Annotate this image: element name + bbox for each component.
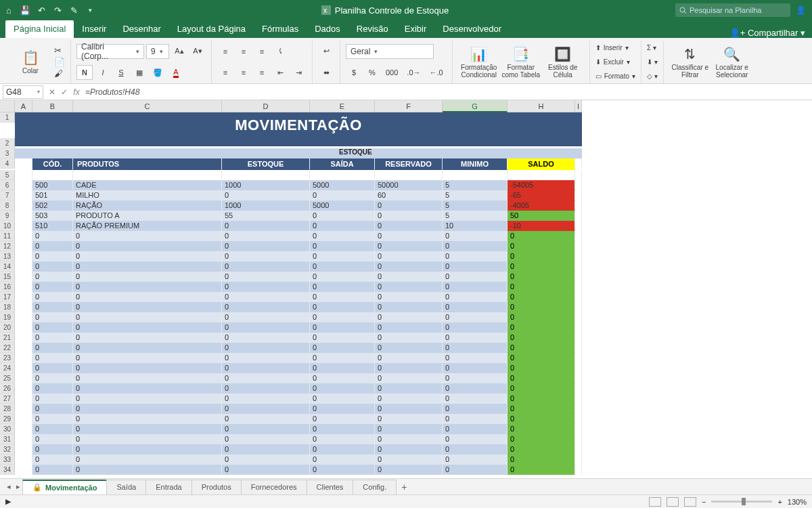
align-bottom-icon[interactable]: ≡ [254, 44, 270, 59]
sheet-tab[interactable]: Saída [106, 480, 146, 494]
ribbon-tab[interactable]: Desenhar [114, 20, 168, 38]
table-cell[interactable]: 0 [443, 282, 508, 292]
row-header[interactable]: 15 [0, 272, 15, 282]
saldo-cell[interactable]: 0 [508, 292, 575, 302]
table-cell[interactable]: 0 [222, 434, 310, 444]
select-all-corner[interactable] [0, 100, 15, 112]
fill-color-button[interactable]: 🪣 [150, 65, 166, 80]
ribbon-tab[interactable]: Página Inicial [5, 20, 74, 38]
table-cell[interactable]: 5 [443, 200, 508, 211]
table-cell[interactable]: 0 [222, 312, 310, 322]
delete-cells-button[interactable]: ⬇ Excluir ▾ [595, 56, 635, 68]
table-cell[interactable]: 0 [32, 251, 73, 261]
zoom-slider[interactable] [711, 501, 772, 503]
table-cell[interactable]: 0 [73, 414, 222, 424]
cell-styles-button[interactable]: 🔲Estilos de Célula [542, 41, 584, 83]
row-header[interactable]: 19 [0, 312, 15, 322]
table-cell[interactable]: RAÇÃO [73, 200, 222, 211]
table-cell[interactable]: 0 [32, 414, 73, 424]
save-icon[interactable]: 💾 [20, 5, 30, 15]
table-cell[interactable]: 0 [375, 231, 443, 241]
conditional-format-button[interactable]: 📊Formatação Condicional [458, 41, 500, 83]
saldo-cell[interactable]: -65 [508, 190, 575, 200]
table-cell[interactable]: 0 [443, 465, 508, 475]
table-cell[interactable]: 0 [310, 465, 375, 475]
column-header[interactable]: G [443, 100, 508, 112]
table-cell[interactable]: 0 [443, 454, 508, 465]
table-cell[interactable]: 503 [32, 211, 73, 221]
saldo-cell[interactable]: -4005 [508, 200, 575, 211]
table-cell[interactable]: 0 [222, 231, 310, 241]
table-cell[interactable]: 0 [375, 292, 443, 302]
table-cell[interactable]: 0 [310, 282, 375, 292]
currency-icon[interactable]: $ [346, 65, 362, 80]
align-left-icon[interactable]: ≡ [217, 65, 233, 80]
row-header[interactable]: 14 [0, 261, 15, 272]
table-cell[interactable]: 510 [32, 221, 73, 231]
table-cell[interactable]: 0 [443, 394, 508, 404]
table-cell[interactable]: 0 [310, 353, 375, 363]
saldo-cell[interactable]: 0 [508, 261, 575, 272]
row-header[interactable]: 9 [0, 211, 15, 221]
table-cell[interactable]: 0 [222, 292, 310, 302]
table-cell[interactable]: 0 [443, 241, 508, 251]
font-color-button[interactable]: A [168, 65, 184, 80]
table-cell[interactable]: 0 [32, 394, 73, 404]
table-cell[interactable]: 0 [310, 373, 375, 383]
row-header[interactable]: 31 [0, 434, 15, 444]
paste-button[interactable]: 📋 Colar [9, 45, 51, 79]
saldo-cell[interactable]: 0 [508, 353, 575, 363]
row-header[interactable]: 22 [0, 343, 15, 353]
row-header[interactable]: 4 [0, 158, 15, 169]
table-cell[interactable]: 0 [375, 333, 443, 343]
table-cell[interactable]: 0 [222, 465, 310, 475]
table-cell[interactable]: 0 [375, 404, 443, 414]
sheet-tab[interactable]: Clientes [307, 480, 354, 494]
autosum-icon[interactable]: Σ ▾ [647, 42, 658, 54]
table-cell[interactable]: 0 [73, 404, 222, 414]
table-cell[interactable]: RAÇÃO PREMIUM [73, 221, 222, 231]
table-cell[interactable]: 0 [73, 272, 222, 282]
table-cell[interactable]: 0 [73, 282, 222, 292]
saldo-cell[interactable]: 0 [508, 434, 575, 444]
table-cell[interactable]: 0 [310, 333, 375, 343]
saldo-cell[interactable]: 0 [508, 333, 575, 343]
table-cell[interactable]: 0 [443, 343, 508, 353]
table-cell[interactable]: 0 [375, 272, 443, 282]
table-cell[interactable]: 50000 [375, 180, 443, 190]
table-cell[interactable]: 0 [222, 363, 310, 373]
table-cell[interactable]: 0 [222, 333, 310, 343]
add-sheet-button[interactable]: + [397, 482, 411, 492]
saldo-cell[interactable]: 0 [508, 322, 575, 333]
table-cell[interactable]: 0 [73, 292, 222, 302]
sheet-tab[interactable]: Entrada [145, 480, 192, 494]
table-cell[interactable]: 0 [73, 322, 222, 333]
table-cell[interactable]: 0 [73, 434, 222, 444]
table-cell[interactable]: 0 [443, 302, 508, 312]
cut-icon[interactable]: ✂ [54, 45, 65, 56]
table-cell[interactable]: 0 [443, 434, 508, 444]
decrease-decimal-icon[interactable]: ←.0 [426, 65, 447, 80]
percent-icon[interactable]: % [364, 65, 380, 80]
table-cell[interactable]: 0 [73, 424, 222, 434]
table-cell[interactable]: 0 [443, 251, 508, 261]
table-cell[interactable]: 0 [32, 434, 73, 444]
sheet-nav-prev-icon[interactable]: ◂ [4, 482, 14, 491]
table-cell[interactable]: 60 [375, 190, 443, 200]
column-header[interactable]: E [310, 100, 375, 112]
table-cell[interactable]: 0 [375, 424, 443, 434]
table-cell[interactable]: 0 [310, 424, 375, 434]
border-button[interactable]: ▦ [131, 65, 148, 80]
table-cell[interactable]: 0 [222, 190, 310, 200]
font-name-select[interactable]: Calibri (Corp...▾ [76, 44, 144, 59]
table-cell[interactable]: 0 [32, 322, 73, 333]
table-cell[interactable]: 0 [310, 221, 375, 231]
sheet-tab[interactable]: 🔒Movimentação [22, 480, 107, 494]
share-button[interactable]: 👤+ Compartilhar ▾ [729, 28, 805, 38]
saldo-cell[interactable]: 0 [508, 251, 575, 261]
wrap-text-icon[interactable]: ↩ [318, 44, 334, 59]
align-top-icon[interactable]: ≡ [217, 44, 233, 59]
table-cell[interactable]: 0 [73, 373, 222, 383]
bold-button[interactable]: N [76, 65, 93, 80]
saldo-cell[interactable]: 0 [508, 454, 575, 465]
